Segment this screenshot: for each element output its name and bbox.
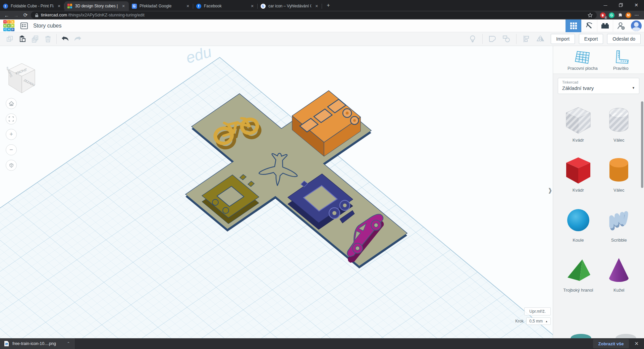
- tab-close-icon[interactable]: ✕: [56, 4, 62, 8]
- url-bar[interactable]: tinkercad.com/things/ix2APySdnKZ-stunnin…: [31, 11, 597, 19]
- header-actions: [566, 19, 644, 32]
- tab-facebook[interactable]: f Facebook ✕: [193, 1, 258, 11]
- browser-tabstrip: t Foldable Cube - Print Flat by Desi ✕ 3…: [0, 0, 644, 11]
- zoom-out-button[interactable]: −: [6, 144, 17, 155]
- close-window-button[interactable]: ✕: [629, 0, 644, 10]
- back-icon[interactable]: ←: [3, 11, 11, 19]
- design-title[interactable]: Story cubes: [33, 23, 61, 29]
- image-file-icon: [4, 341, 9, 347]
- tab-translate[interactable]: G Překladač Google ✕: [129, 1, 193, 11]
- paste-icon[interactable]: [16, 33, 29, 45]
- adblock-extension-icon[interactable]: 1: [600, 12, 606, 18]
- tab-close-icon[interactable]: ✕: [314, 4, 319, 8]
- workplane-watermark: edu: [184, 46, 213, 67]
- view-controls: + −: [6, 98, 17, 171]
- tab-foldable-cube[interactable]: t Foldable Cube - Print Flat by Desi ✕: [0, 1, 64, 11]
- fit-view-button[interactable]: [6, 113, 17, 124]
- workplane-icon: [574, 50, 591, 65]
- facebook-icon: f: [196, 3, 201, 9]
- restore-button[interactable]: [613, 0, 629, 10]
- shape-tile-cone[interactable]: Kužel: [599, 255, 640, 293]
- 3d-viewport[interactable]: edu: [0, 46, 553, 338]
- import-button[interactable]: Import: [551, 34, 575, 44]
- url-domain: tinkercad.com: [41, 13, 67, 17]
- scene-svg: edu: [0, 46, 553, 338]
- shape-tile-scribble[interactable]: Scribble: [599, 205, 640, 243]
- download-caret-icon[interactable]: ⌃: [67, 341, 70, 346]
- tab-story-cubes[interactable]: 3D design Story cubes | Tinkerca ✕: [64, 1, 129, 11]
- tab-close-icon[interactable]: ✕: [185, 4, 191, 8]
- align-icon[interactable]: [520, 33, 533, 45]
- download-bar: free-train-icon-10....png ⌃ Zobrazit vše…: [0, 338, 644, 349]
- redo-icon[interactable]: [71, 33, 84, 45]
- show-all-downloads-button[interactable]: Zobrazit vše: [593, 339, 629, 348]
- shape-tile-box-red[interactable]: Kvádr: [558, 155, 599, 193]
- shape-library-select[interactable]: Tinkercad Základní tvary ▼: [558, 78, 639, 94]
- browser-addressbar: ← → ⟳ tinkercad.com/things/ix2APySdnKZ-s…: [0, 11, 644, 19]
- perspective-toggle-button[interactable]: [6, 160, 17, 171]
- copy-icon[interactable]: [3, 33, 16, 45]
- duplicate-icon[interactable]: [29, 33, 42, 45]
- design-properties-icon[interactable]: [20, 22, 29, 30]
- grammarly-extension-icon[interactable]: G: [609, 12, 614, 18]
- step-label: Krok: [515, 319, 524, 323]
- lightbulb-icon[interactable]: [466, 33, 479, 45]
- chrome-menu-icon[interactable]: ⋮: [634, 13, 639, 17]
- shape-tile-prism[interactable]: Trojboký hranol: [558, 255, 599, 293]
- ruler-icon: [612, 50, 630, 65]
- tinkercad-logo[interactable]: T I N K E R C A D: [3, 20, 14, 31]
- edit-grid-button[interactable]: Upr.mříž.: [524, 307, 551, 315]
- extensions-puzzle-icon[interactable]: [618, 13, 623, 18]
- caret-down-icon: ▼: [632, 86, 635, 90]
- workplane-tool[interactable]: Pracovní plocha: [568, 50, 598, 71]
- home-view-button[interactable]: [6, 98, 17, 109]
- shape-tile-cylinder-orange[interactable]: Válec: [599, 155, 640, 193]
- export-button[interactable]: Export: [579, 34, 603, 44]
- invite-person-button[interactable]: [613, 19, 629, 32]
- bookmark-star-icon[interactable]: [588, 13, 593, 18]
- shape-tile-cylinder-striped[interactable]: Válec: [599, 105, 640, 143]
- next-shape-partial[interactable]: [571, 334, 591, 338]
- close-download-bar-icon[interactable]: ✕: [634, 341, 639, 347]
- avatar: [631, 20, 642, 31]
- shape-gallery: Kvádr Válec Kvádr: [553, 94, 644, 293]
- zoom-in-button[interactable]: +: [6, 129, 17, 140]
- undo-icon[interactable]: [59, 33, 71, 45]
- profile-avatar[interactable]: M: [626, 12, 631, 18]
- minimize-button[interactable]: —: [598, 0, 613, 10]
- tab-google-search[interactable]: G car icon – Vyhledávání Google ✕: [258, 1, 322, 11]
- ruler-tool[interactable]: Pravítko: [612, 50, 630, 71]
- google-icon: G: [260, 3, 266, 9]
- edit-toolbar: Import Export Odeslat do: [0, 32, 644, 46]
- panel-collapse-chevron[interactable]: ❱: [548, 187, 552, 194]
- shape-tile-sphere[interactable]: Koule: [558, 205, 599, 243]
- window-controls: — ✕: [598, 0, 644, 11]
- forward-icon[interactable]: →: [12, 11, 20, 19]
- new-tab-button[interactable]: +: [324, 1, 333, 10]
- mirror-icon[interactable]: [534, 33, 547, 45]
- tab-close-icon[interactable]: ✕: [250, 4, 255, 8]
- sidebar-scrollbar[interactable]: [641, 101, 643, 188]
- view-cube[interactable]: SHORA ZEZADU ZPRAVA: [7, 62, 37, 94]
- sidebar-tools: Pracovní plocha Pravítko: [553, 46, 644, 74]
- account-avatar-button[interactable]: [629, 19, 644, 32]
- download-item[interactable]: free-train-icon-10....png ⌃: [0, 338, 74, 349]
- brick-build-button[interactable]: [597, 19, 613, 32]
- ungroup-icon[interactable]: [500, 33, 513, 45]
- reload-icon[interactable]: ⟳: [21, 11, 30, 19]
- toolbar-right: Import Export Odeslat do: [466, 33, 641, 45]
- delete-icon[interactable]: [42, 33, 54, 45]
- next-shape-partial[interactable]: [615, 334, 636, 338]
- tab-close-icon[interactable]: ✕: [121, 4, 126, 8]
- tinkercad-icon: [67, 3, 72, 9]
- step-select[interactable]: 0,5 mm ▲: [526, 317, 551, 325]
- lock-icon: [35, 13, 39, 17]
- shapes-sidebar: Pracovní plocha Pravítko Tinkercad Zákla…: [553, 46, 644, 338]
- group-icon[interactable]: [486, 33, 499, 45]
- url-path: /things/ix2APySdnKZ-stunning-turing/edit: [68, 13, 145, 17]
- download-bar-right: Zobrazit vše ✕: [593, 339, 644, 348]
- dashboard-grid-button[interactable]: [566, 19, 581, 32]
- send-to-button[interactable]: Odeslat do: [607, 34, 641, 44]
- minecraft-pickaxe-button[interactable]: [581, 19, 597, 32]
- shape-tile-box-striped[interactable]: Kvádr: [558, 105, 599, 143]
